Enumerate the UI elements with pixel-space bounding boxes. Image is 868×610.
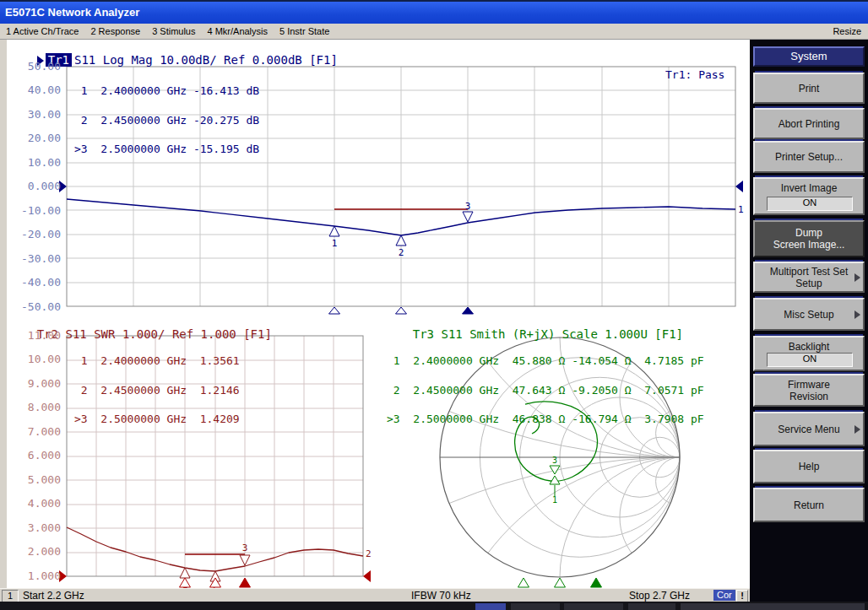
dump-screen-image-button[interactable]: Dump Screen Image... (753, 220, 865, 257)
window-title-bar: E5071C Network Analyzer (0, 0, 868, 24)
tr3-stimulus-marker-icons (518, 578, 602, 587)
softkey-menu-title: System (753, 46, 865, 67)
menu-instr-state[interactable]: 5 Instr State (279, 26, 329, 36)
svg-text:3: 3 (465, 201, 471, 212)
submenu-arrow-icon (854, 273, 860, 282)
tr2-marker-table: 1 2.4000000 GHz 1.3561 2 2.4500000 GHz 1… (74, 337, 240, 444)
print-button[interactable]: Print (753, 73, 865, 104)
tr1-stimulus-marker-icons (329, 307, 474, 314)
svg-text:3: 3 (552, 456, 557, 465)
tr2-marker-row-2: 2 2.4500000 GHz 1.2146 (74, 386, 240, 396)
multiport-test-set-setup-button[interactable]: Multiport Test Set Setup (753, 262, 865, 293)
svg-text:1: 1 (332, 238, 338, 249)
tr3-marker-row-2: 2 2.4500000 GHz 47.643 Ω -9.2050 Ω 7.057… (387, 386, 704, 396)
tr1-marker-row-1: 1 2.4000000 GHz -16.413 dB (74, 86, 259, 96)
svg-text:1: 1 (552, 495, 557, 505)
tr1-limit-test-status: Tr1: Pass (665, 68, 724, 81)
tr1-header-text: S11 Log Mag 10.00dB/ Ref 0.000dB [F1] (74, 53, 338, 67)
tr2-marker-row-3: >3 2.5000000 GHz 1.4209 (74, 414, 240, 424)
tr1-marker-2[interactable]: 2 (396, 235, 406, 258)
abort-printing-button[interactable]: Abort Printing (753, 108, 865, 139)
misc-setup-label: Misc Setup (784, 309, 833, 321)
menu-bar: 1 Active Ch/Trace 2 Response 3 Stimulus … (0, 24, 868, 40)
submenu-arrow-icon (854, 310, 860, 319)
tr2-stimulus-marker-icons (180, 578, 251, 587)
tr2-trace-end-label: 2 (366, 548, 372, 559)
submenu-arrow-icon (854, 425, 860, 434)
bottom-edge-strip (0, 602, 868, 610)
channel-number-box: 1 (2, 590, 19, 602)
tr1-marker-3[interactable]: 3 (463, 201, 473, 222)
tr2-marker-row-1: 1 2.4000000 GHz 1.3561 (74, 356, 240, 366)
softkey-menu: System Print Abort Printing Printer Setu… (750, 40, 868, 602)
tr1-marker-1[interactable]: 1 (329, 226, 339, 249)
multiport-label-line1: Multiport Test Set (770, 266, 848, 278)
invert-image-button[interactable]: Invert Image ON (753, 177, 865, 215)
ifbw-value: IFBW 70 kHz (411, 590, 471, 602)
backlight-state: ON (767, 353, 853, 367)
service-menu-button[interactable]: Service Menu (753, 412, 865, 446)
tr1-trace-end-label: 1 (738, 204, 744, 215)
svg-text:2: 2 (399, 247, 404, 258)
bottom-strip-fragment (564, 603, 623, 610)
tr1-marker-row-3: >3 2.5000000 GHz -15.195 dB (74, 144, 259, 154)
tr2-y-axis-ticks: 11.00 10.00 9.000 8.000 7.000 6.000 5.00… (0, 324, 61, 588)
backlight-label: Backlight (789, 341, 830, 353)
dump-label-line2: Screen Image... (773, 239, 845, 251)
printer-setup-button[interactable]: Printer Setup... (753, 141, 865, 173)
tr1-marker-table: 1 2.4000000 GHz -16.413 dB 2 2.4500000 G… (74, 67, 259, 174)
instrument-screen: E5071C Network Analyzer 1 Active Ch/Trac… (0, 0, 868, 610)
firmware-label-line2: Revision (789, 391, 828, 402)
tr1-y-axis-ticks: 50.00 40.00 30.00 20.00 10.00 0.000 -10.… (0, 55, 61, 319)
tr1-ref-arrow-right-icon (735, 181, 743, 192)
tr3-marker-row-1: 1 2.4000000 GHz 45.880 Ω -14.054 Ω 4.718… (387, 356, 704, 366)
resize-button[interactable]: Resize (833, 26, 861, 36)
start-frequency: Start 2.2 GHz (23, 590, 84, 602)
backlight-button[interactable]: Backlight ON (753, 336, 865, 371)
bottom-strip-fragment (475, 603, 506, 610)
menu-stimulus[interactable]: 3 Stimulus (152, 26, 195, 36)
service-menu-label: Service Menu (778, 424, 839, 435)
firmware-label-line1: Firmware (788, 379, 830, 391)
misc-setup-button[interactable]: Misc Setup (753, 298, 865, 331)
help-button[interactable]: Help (753, 450, 865, 483)
menu-response[interactable]: 2 Response (90, 26, 140, 36)
invert-image-state: ON (767, 197, 853, 211)
bottom-strip-fragment (511, 603, 560, 610)
menu-active-ch-trace[interactable]: 1 Active Ch/Trace (6, 26, 79, 36)
tr2-ref-arrow-right-icon (363, 570, 371, 582)
stop-frequency: Stop 2.7 GHz (629, 590, 690, 602)
menu-mkr-analysis[interactable]: 4 Mkr/Analysis (207, 26, 268, 36)
window-title: E5071C Network Analyzer (5, 6, 139, 19)
dump-label-line1: Dump (795, 227, 822, 239)
svg-text:3: 3 (242, 543, 248, 553)
bottom-strip-fragment (681, 603, 865, 610)
tr3-marker-cluster[interactable]: 3 1 (550, 456, 560, 505)
invert-image-label: Invert Image (781, 182, 838, 194)
tr3-marker-row-3: >3 2.5000000 GHz 46.838 Ω -16.794 Ω 3.79… (387, 414, 704, 424)
correction-badge: Cor (713, 590, 735, 601)
bottom-strip-fragment (628, 603, 675, 610)
status-bar: 1 Start 2.2 GHz IFBW 70 kHz Stop 2.7 GHz… (0, 588, 750, 602)
return-button[interactable]: Return (753, 488, 865, 522)
alert-indicator: ! (736, 590, 748, 602)
tr3-marker-table: 1 2.4000000 GHz 45.880 Ω -14.054 Ω 4.718… (387, 337, 704, 444)
tr1-marker-row-2: 2 2.4500000 GHz -20.275 dB (74, 116, 259, 126)
firmware-revision-button[interactable]: Firmware Revision (753, 374, 865, 407)
multiport-label-line2: Setup (795, 278, 822, 289)
